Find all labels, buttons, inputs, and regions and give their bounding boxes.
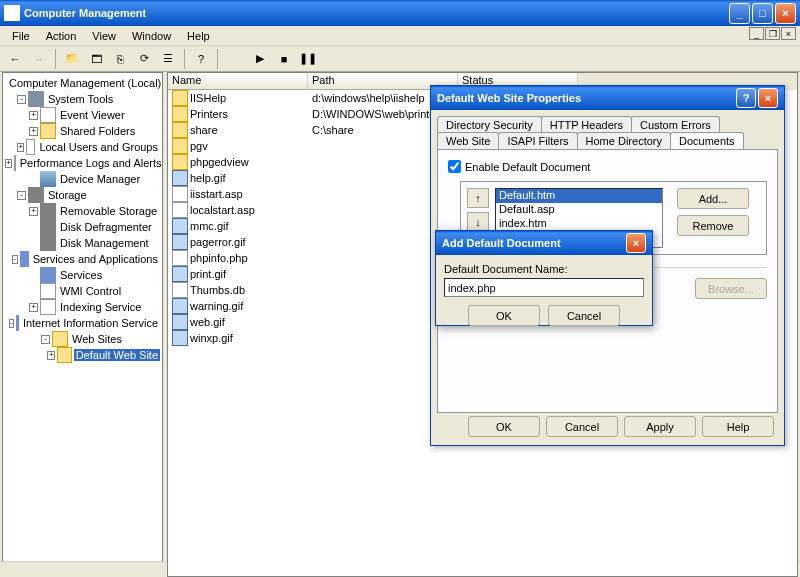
app-icon	[4, 5, 20, 21]
tree-node[interactable]: WMI Control	[5, 283, 160, 299]
tree-node[interactable]: +Local Users and Groups	[5, 139, 160, 155]
tree-icon	[40, 203, 56, 219]
file-name: localstart.asp	[190, 204, 255, 216]
menu-action[interactable]: Action	[38, 28, 85, 44]
tree-label: Disk Defragmenter	[58, 221, 154, 233]
file-icon	[172, 170, 188, 186]
list-button[interactable]: ☰	[157, 48, 179, 70]
file-name: phpinfo.php	[190, 252, 248, 264]
file-name: pgv	[190, 140, 208, 152]
properties-button[interactable]: 🗔	[85, 48, 107, 70]
tree-label: Default Web Site	[74, 349, 160, 361]
tree-label: Removable Storage	[58, 205, 159, 217]
enable-default-document-checkbox[interactable]	[448, 160, 461, 173]
maximize-button[interactable]: □	[752, 3, 773, 24]
tree-expander-icon[interactable]: +	[47, 351, 55, 360]
tab-web-site[interactable]: Web Site	[437, 132, 499, 149]
tree-node[interactable]: +Indexing Service	[5, 299, 160, 315]
dialog-help-button[interactable]: ?	[736, 88, 756, 108]
move-down-button[interactable]: ↓	[467, 212, 489, 232]
mdi-restore-button[interactable]: ❐	[765, 27, 780, 40]
dialog-title: Default Web Site Properties	[437, 92, 581, 104]
ok-button[interactable]: OK	[468, 416, 540, 437]
mdi-close-button[interactable]: ×	[781, 27, 796, 40]
tree-label: Event Viewer	[58, 109, 127, 121]
tree-expander-icon[interactable]: -	[9, 319, 14, 328]
add-dialog-close-button[interactable]: ×	[626, 233, 646, 253]
export-button[interactable]: ⎘	[109, 48, 131, 70]
menu-file[interactable]: File	[4, 28, 38, 44]
tree-expander-icon[interactable]: +	[29, 111, 38, 120]
add-ok-button[interactable]: OK	[468, 305, 540, 326]
close-button[interactable]: ×	[775, 3, 796, 24]
add-dialog-title: Add Default Document	[442, 237, 561, 249]
tree-node[interactable]: Disk Management	[5, 235, 160, 251]
up-button[interactable]: 📁	[61, 48, 83, 70]
column-header[interactable]: Name	[168, 73, 308, 90]
tree-expander-icon[interactable]: +	[29, 127, 38, 136]
menu-window[interactable]: Window	[124, 28, 179, 44]
file-icon	[172, 90, 188, 106]
tree-node[interactable]: Device Manager	[5, 171, 160, 187]
pause-button[interactable]: ❚❚	[297, 48, 319, 70]
tree-label: Performance Logs and Alerts	[18, 157, 163, 169]
tab-isapi-filters[interactable]: ISAPI Filters	[498, 132, 577, 149]
tree-label: WMI Control	[58, 285, 123, 297]
tree-node[interactable]: +Default Web Site	[5, 347, 160, 363]
tree-expander-icon[interactable]: -	[17, 191, 26, 200]
help-button[interactable]: Help	[702, 416, 774, 437]
doc-list-item[interactable]: Default.asp	[496, 203, 662, 217]
tree-node[interactable]: +Removable Storage	[5, 203, 160, 219]
menu-view[interactable]: View	[84, 28, 124, 44]
document-name-input[interactable]	[444, 278, 644, 297]
forward-button[interactable]: →	[28, 48, 50, 70]
tree-node[interactable]: -System Tools	[5, 91, 160, 107]
tab-documents[interactable]: Documents	[670, 132, 744, 149]
tree-pane[interactable]: Computer Management (Local)-System Tools…	[2, 72, 163, 577]
tab-home-directory[interactable]: Home Directory	[577, 132, 671, 149]
remove-button[interactable]: Remove	[677, 215, 749, 236]
tree-expander-icon[interactable]: -	[12, 255, 18, 264]
tree-node[interactable]: -Internet Information Service	[5, 315, 160, 331]
dialog-titlebar[interactable]: Default Web Site Properties ? ×	[431, 86, 784, 110]
doc-list-item[interactable]: Default.htm	[496, 189, 662, 203]
file-name: help.gif	[190, 172, 225, 184]
refresh-button[interactable]: ⟳	[133, 48, 155, 70]
help-button[interactable]: ?	[190, 48, 212, 70]
tree-expander-icon[interactable]: -	[17, 95, 26, 104]
tree-node[interactable]: Disk Defragmenter	[5, 219, 160, 235]
mdi-minimize-button[interactable]: _	[749, 27, 764, 40]
tab-http-headers[interactable]: HTTP Headers	[541, 116, 632, 133]
tree-expander-icon[interactable]: +	[17, 143, 24, 152]
tree-expander-icon[interactable]: +	[5, 159, 12, 168]
tree-node[interactable]: +Shared Folders	[5, 123, 160, 139]
tree-node[interactable]: Services	[5, 267, 160, 283]
tree-node[interactable]: -Storage	[5, 187, 160, 203]
tree-node[interactable]: +Performance Logs and Alerts	[5, 155, 160, 171]
tab-custom-errors[interactable]: Custom Errors	[631, 116, 720, 133]
stop-button[interactable]: ■	[273, 48, 295, 70]
file-icon	[172, 122, 188, 138]
doc-list-item[interactable]: index.htm	[496, 217, 662, 231]
add-cancel-button[interactable]: Cancel	[548, 305, 620, 326]
apply-button[interactable]: Apply	[624, 416, 696, 437]
tree-node[interactable]: -Web Sites	[5, 331, 160, 347]
play-button[interactable]: ▶	[249, 48, 271, 70]
minimize-button[interactable]: _	[729, 3, 750, 24]
add-dialog-titlebar[interactable]: Add Default Document ×	[436, 231, 652, 255]
menu-help[interactable]: Help	[179, 28, 218, 44]
horizontal-scrollbar[interactable]	[2, 561, 163, 577]
tree-node[interactable]: Computer Management (Local)	[5, 75, 160, 91]
move-up-button[interactable]: ↑	[467, 188, 489, 208]
tree-node[interactable]: +Event Viewer	[5, 107, 160, 123]
file-name: warning.gif	[190, 300, 243, 312]
back-button[interactable]: ←	[4, 48, 26, 70]
tree-expander-icon[interactable]: +	[29, 207, 38, 216]
tree-expander-icon[interactable]: +	[29, 303, 38, 312]
tab-directory-security[interactable]: Directory Security	[437, 116, 542, 133]
add-button[interactable]: Add...	[677, 188, 749, 209]
cancel-button[interactable]: Cancel	[546, 416, 618, 437]
dialog-close-button[interactable]: ×	[758, 88, 778, 108]
tree-expander-icon[interactable]: -	[41, 335, 50, 344]
tree-node[interactable]: -Services and Applications	[5, 251, 160, 267]
